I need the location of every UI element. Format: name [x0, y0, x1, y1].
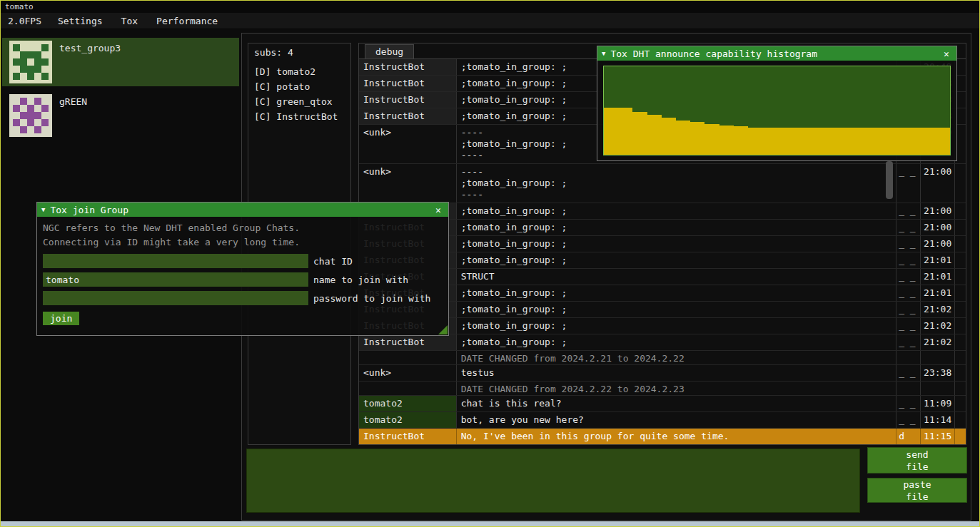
message-flags: d — [896, 429, 921, 444]
message-row[interactable]: tomato2bot, are you new here?_ _11:14 — [359, 412, 966, 429]
message-row[interactable]: InstructBot;tomato_in_group: ;_ _21:00 — [359, 236, 966, 252]
avatar-pixel — [41, 112, 49, 119]
group-list: test_group3gREEN — [1, 29, 241, 140]
message-text: ;tomato_in_group: ; — [457, 318, 896, 334]
message-row[interactable]: tomato2chat is this real?_ _11:09 — [359, 396, 966, 412]
avatar-pixel — [20, 58, 27, 66]
message-flags: _ _ — [896, 302, 921, 317]
menu-item-tox[interactable]: Tox — [112, 16, 147, 26]
peer-item[interactable]: [C] green_qtox — [248, 94, 350, 109]
avatar-pixel — [41, 126, 49, 133]
message-flags: _ _ — [896, 412, 921, 428]
row-filler — [955, 429, 966, 444]
close-icon[interactable]: ✕ — [941, 48, 952, 59]
app-window: tomato 2.0FPS SettingsToxPerformance tes… — [0, 0, 980, 527]
message-row[interactable]: <unk>---- ;tomato_in_group: ; ----_ _21:… — [359, 164, 966, 203]
window-titlebar[interactable]: tomato — [1, 1, 979, 13]
join-info-line-2: Connecting via ID might take a very long… — [43, 235, 443, 250]
peers-count: subs: 4 — [248, 44, 350, 64]
tab-debug[interactable]: debug — [365, 44, 414, 58]
join-window-body: NGC refers to the New DHT enabled Group … — [37, 217, 448, 329]
histogram-window-title: Tox DHT announce capability histogram — [610, 48, 936, 59]
message-row[interactable]: InstructBotSTRUCT_ _21:01 — [359, 269, 966, 285]
avatar-pixel — [20, 119, 27, 126]
row-filler — [955, 164, 966, 203]
group-item-test_group3[interactable]: test_group3 — [2, 38, 239, 86]
avatar-pixel — [34, 119, 41, 126]
message-time — [921, 351, 955, 364]
paste-file-button[interactable]: paste file — [867, 478, 967, 503]
message-row[interactable]: DATE CHANGED from 2024.2.21 to 2024.2.22 — [359, 351, 966, 365]
message-time: 21:02 — [921, 334, 955, 350]
message-flags: _ _ — [896, 318, 921, 334]
avatar-pixel — [20, 51, 27, 58]
group-avatar — [9, 94, 52, 137]
close-icon[interactable]: ✕ — [433, 205, 444, 215]
chat-scrollbar-thumb[interactable] — [886, 161, 893, 199]
message-row[interactable]: InstructBot;tomato_in_group: ;_ _21:00 — [359, 220, 966, 236]
menu-items: SettingsToxPerformance — [49, 16, 227, 26]
peer-item[interactable]: [D] tomato2 — [248, 64, 350, 79]
histogram-bar — [849, 128, 863, 155]
peer-item[interactable]: [C] potato — [248, 79, 350, 94]
collapse-icon[interactable]: ▼ — [602, 50, 605, 57]
histogram-bar — [878, 128, 892, 155]
row-filler — [955, 236, 966, 252]
avatar-pixel — [20, 44, 27, 51]
message-row[interactable]: InstructBot;tomato_in_group: ;_ _21:01 — [359, 285, 966, 302]
message-time: 21:00 — [921, 203, 955, 219]
message-time: 11:15 — [921, 429, 955, 444]
message-sender: InstructBot — [359, 108, 457, 124]
avatar-pixel — [27, 58, 34, 66]
join-input-chat-id[interactable] — [43, 254, 308, 268]
histogram-bar — [690, 122, 704, 155]
join-window-titlebar[interactable]: ▼ Tox join Group ✕ — [37, 203, 448, 217]
menu-item-performance[interactable]: Performance — [147, 16, 227, 26]
message-text: ;tomato_in_group: ; — [457, 236, 896, 252]
message-flags: _ _ — [896, 203, 921, 219]
message-text: ;tomato_in_group: ; — [457, 252, 896, 268]
message-time — [921, 382, 955, 395]
row-filler — [955, 203, 966, 219]
send-file-button[interactable]: send file — [867, 447, 967, 474]
row-filler — [955, 334, 966, 350]
avatar-pixel — [41, 58, 49, 66]
message-sender: <unk> — [359, 365, 457, 381]
join-input-name-to-join-with[interactable] — [43, 272, 308, 287]
histogram-window-titlebar[interactable]: ▼ Tox DHT announce capability histogram … — [597, 46, 956, 61]
join-button[interactable]: join — [43, 312, 79, 325]
message-row[interactable]: InstructBot;tomato_in_group: ;_ _21:00 — [359, 203, 966, 220]
message-row[interactable]: InstructBot;tomato_in_group: ;_ _21:02 — [359, 302, 966, 318]
avatar-pixel — [27, 44, 34, 51]
message-row[interactable]: DATE CHANGED from 2024.2.22 to 2024.2.23 — [359, 382, 966, 396]
join-input-password-to-join-with[interactable] — [43, 291, 308, 305]
histogram-bar — [864, 128, 878, 155]
avatar-pixel — [41, 98, 49, 105]
resize-grip[interactable] — [438, 325, 448, 334]
message-row[interactable]: InstructBotNo, I've been in this group f… — [359, 429, 966, 444]
message-flags: _ _ — [896, 252, 921, 268]
collapse-icon[interactable]: ▼ — [41, 206, 45, 213]
message-row[interactable]: InstructBot;tomato_in_group: ;_ _21:02 — [359, 334, 966, 351]
message-row[interactable]: InstructBot;tomato_in_group: ;_ _21:01 — [359, 252, 966, 269]
row-filler — [955, 382, 966, 395]
histogram-bar — [604, 108, 618, 155]
menu-item-settings[interactable]: Settings — [49, 16, 112, 26]
message-time: 11:14 — [921, 412, 955, 428]
avatar-pixel — [20, 126, 27, 133]
histogram-window: ▼ Tox DHT announce capability histogram … — [597, 46, 957, 161]
join-field-row: name to join with — [43, 272, 443, 287]
message-row[interactable]: InstructBot;tomato_in_group: ;_ _21:02 — [359, 318, 966, 334]
avatar-pixel — [27, 119, 34, 126]
avatar-pixel — [41, 44, 49, 51]
row-filler — [955, 396, 966, 411]
message-input[interactable] — [246, 449, 860, 513]
histogram-bar — [792, 128, 806, 155]
group-item-green[interactable]: gREEN — [2, 91, 239, 140]
avatar-pixel — [13, 126, 20, 133]
peer-item[interactable]: [C] InstructBot — [248, 109, 350, 124]
message-row[interactable]: <unk>testus_ _23:38 — [359, 365, 966, 382]
histogram-bar — [921, 128, 935, 155]
message-sender — [359, 351, 457, 364]
message-flags: _ _ — [896, 396, 921, 411]
